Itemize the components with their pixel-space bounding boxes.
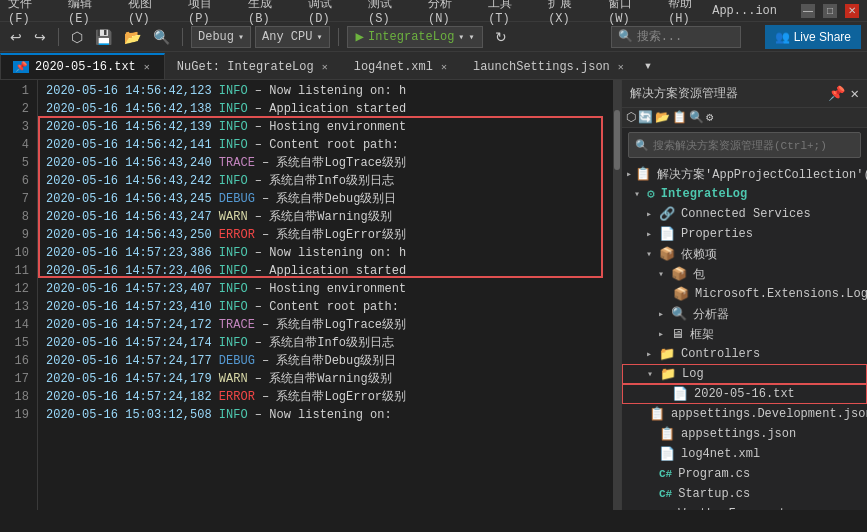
live-share-icon: 👥 bbox=[775, 30, 790, 44]
scrollbar-thumb[interactable] bbox=[614, 110, 620, 170]
sol-toolbar-6[interactable]: ⚙ bbox=[706, 110, 713, 125]
menu-extensions[interactable]: 扩展(X) bbox=[548, 0, 592, 26]
tree-item-microsoft[interactable]: 📦Microsoft.Extensions.Log bbox=[622, 284, 867, 304]
tree-item-connected[interactable]: ▸🔗Connected Services bbox=[622, 204, 867, 224]
code-line-16: 2020-05-16 14:57:24,177 DEBUG – 系统自带Debu… bbox=[46, 352, 613, 370]
sol-pin-btn[interactable]: 📌 bbox=[828, 85, 845, 102]
menu-analyze[interactable]: 分析(N) bbox=[428, 0, 472, 26]
tree-item-deps[interactable]: ▾📦依赖项 bbox=[622, 244, 867, 264]
menu-help[interactable]: 帮助(H) bbox=[668, 0, 712, 26]
toolbar-btn-3[interactable]: 📂 bbox=[120, 27, 145, 47]
toolbar-btn-4[interactable]: 🔍 bbox=[149, 27, 174, 47]
tree-item-project[interactable]: ▾⚙IntegrateLog bbox=[622, 184, 867, 204]
toolbar-btn-1[interactable]: ⬡ bbox=[67, 27, 87, 47]
menu-tools[interactable]: 工具(T) bbox=[488, 0, 532, 26]
cell-date: 2020-05-16 bbox=[46, 406, 125, 424]
menu-test[interactable]: 测试(S) bbox=[368, 0, 412, 26]
sol-toolbar-1[interactable]: ⬡ bbox=[626, 110, 636, 125]
tab-launch-settings[interactable]: launchSettings.json ✕ bbox=[461, 53, 638, 79]
redo-button[interactable]: ↪ bbox=[30, 27, 50, 47]
cell-level: WARN bbox=[219, 208, 255, 226]
menu-build[interactable]: 生成(B) bbox=[248, 0, 292, 26]
cs-icon: C# bbox=[659, 468, 672, 480]
tree-label-weatherforecast: WeatherForecast.cs bbox=[678, 507, 808, 510]
solution-search-box[interactable]: 🔍 搜索解决方案资源管理器(Ctrl+;) bbox=[628, 132, 861, 158]
menu-window[interactable]: 窗口(W) bbox=[608, 0, 652, 26]
tree-item-packages[interactable]: ▾📦包 bbox=[622, 264, 867, 284]
tab-close-2[interactable]: ✕ bbox=[439, 61, 449, 73]
tree-item-log-folder[interactable]: ▾📁Log bbox=[622, 364, 867, 384]
tree-item-properties[interactable]: ▸📄Properties bbox=[622, 224, 867, 244]
code-line-15: 2020-05-16 14:57:24,174 INFO – 系统自带Info级… bbox=[46, 334, 613, 352]
tree-item-log-file[interactable]: 📄2020-05-16.txt bbox=[622, 384, 867, 404]
sol-toolbar-5[interactable]: 🔍 bbox=[689, 110, 704, 125]
tree-label-program: Program.cs bbox=[678, 467, 750, 481]
tab-close-0[interactable]: ✕ bbox=[142, 61, 152, 73]
line-numbers: 12345678910111213141516171819 bbox=[0, 80, 38, 510]
tab-close-1[interactable]: ✕ bbox=[320, 61, 330, 73]
maximize-button[interactable]: □ bbox=[823, 4, 837, 18]
tree-item-solution[interactable]: ▸📋解决方案'AppProjectCollection'(1 个项目) bbox=[622, 164, 867, 184]
tree-icon-deps: 📦 bbox=[659, 246, 675, 262]
cell-time: 14:56:43,245 bbox=[125, 190, 219, 208]
tab-log-file[interactable]: 📌 2020-05-16.txt ✕ bbox=[0, 53, 165, 79]
solution-header-title: 解决方案资源管理器 bbox=[630, 85, 738, 102]
tab-close-3[interactable]: ✕ bbox=[616, 61, 626, 73]
tree-item-program[interactable]: C#Program.cs bbox=[622, 464, 867, 484]
undo-button[interactable]: ↩ bbox=[6, 27, 26, 47]
cell-date: 2020-05-16 bbox=[46, 298, 125, 316]
cell-message: – 系统自带LogError级别 bbox=[262, 388, 406, 406]
vertical-scrollbar[interactable] bbox=[613, 80, 621, 510]
tree-item-log4net[interactable]: 📄log4net.xml bbox=[622, 444, 867, 464]
tree-item-startup[interactable]: C#Startup.cs bbox=[622, 484, 867, 504]
tree-icon-log-file: 📄 bbox=[672, 386, 688, 402]
cell-message: – Application started bbox=[255, 100, 406, 118]
tree-item-appsettings-dev[interactable]: 📋appsettings.Development.json bbox=[622, 404, 867, 424]
cell-level: INFO bbox=[219, 172, 255, 190]
tree-arrow-deps: ▾ bbox=[646, 248, 656, 260]
toolbar-sep-1 bbox=[58, 28, 59, 46]
debug-mode-dropdown[interactable]: Debug bbox=[191, 26, 251, 48]
tree-item-weatherforecast[interactable]: C#WeatherForecast.cs bbox=[622, 504, 867, 510]
minimize-button[interactable]: — bbox=[801, 4, 815, 18]
sol-toolbar-4[interactable]: 📋 bbox=[672, 110, 687, 125]
run-target-label: IntegrateLog bbox=[368, 30, 454, 44]
sol-close-btn[interactable]: ✕ bbox=[851, 85, 859, 102]
tree-label-analyzers: 分析器 bbox=[693, 306, 729, 323]
live-share-button[interactable]: 👥 Live Share bbox=[765, 25, 861, 49]
tree-item-controllers[interactable]: ▸📁Controllers bbox=[622, 344, 867, 364]
editor-lines: 12345678910111213141516171819 2020-05-16… bbox=[0, 80, 621, 510]
run-target-dropdown[interactable]: ▶ IntegrateLog ▾ bbox=[347, 26, 484, 48]
tab-nuget[interactable]: NuGet: IntegrateLog ✕ bbox=[165, 53, 342, 79]
menu-view[interactable]: 视图(V) bbox=[128, 0, 172, 26]
cell-message: – Hosting environment bbox=[255, 118, 406, 136]
chevron-down-icon: ▾ bbox=[458, 31, 464, 43]
cell-level: INFO bbox=[219, 118, 255, 136]
tree-item-analyzers[interactable]: ▸🔍分析器 bbox=[622, 304, 867, 324]
code-line-1: 2020-05-16 14:56:42,123 INFO – Now liste… bbox=[46, 82, 613, 100]
cell-date: 2020-05-16 bbox=[46, 244, 125, 262]
platform-dropdown[interactable]: Any CPU bbox=[255, 26, 329, 48]
refresh-button[interactable]: ↻ bbox=[491, 27, 511, 47]
tab-overflow-button[interactable]: ▾ bbox=[638, 57, 658, 74]
sol-toolbar-2[interactable]: 🔄 bbox=[638, 110, 653, 125]
menu-edit[interactable]: 编辑(E) bbox=[68, 0, 112, 26]
tab-log4net[interactable]: log4net.xml ✕ bbox=[342, 53, 461, 79]
menu-file[interactable]: 文件(F) bbox=[8, 0, 52, 26]
toolbar-btn-2[interactable]: 💾 bbox=[91, 27, 116, 47]
tree-item-frameworks[interactable]: ▸🖥框架 bbox=[622, 324, 867, 344]
tree-arrow-project: ▾ bbox=[634, 188, 644, 200]
main-area: 12345678910111213141516171819 2020-05-16… bbox=[0, 80, 867, 510]
close-button[interactable]: ✕ bbox=[845, 4, 859, 18]
title-bar: 文件(F) 编辑(E) 视图(V) 项目(P) 生成(B) 调试(D) 测试(S… bbox=[0, 0, 867, 22]
toolbar-sep-3 bbox=[338, 28, 339, 46]
tree-item-appsettings[interactable]: 📋appsettings.json bbox=[622, 424, 867, 444]
code-content[interactable]: 2020-05-16 14:56:42,123 INFO – Now liste… bbox=[38, 80, 613, 510]
code-line-4: 2020-05-16 14:56:42,141 INFO – Content r… bbox=[46, 136, 613, 154]
tree-label-connected: Connected Services bbox=[681, 207, 811, 221]
sol-toolbar-3[interactable]: 📂 bbox=[655, 110, 670, 125]
cell-level: TRACE bbox=[219, 316, 262, 334]
menu-debug[interactable]: 调试(D) bbox=[308, 0, 352, 26]
code-line-14: 2020-05-16 14:57:24,172 TRACE – 系统自带LogT… bbox=[46, 316, 613, 334]
menu-project[interactable]: 项目(P) bbox=[188, 0, 232, 26]
